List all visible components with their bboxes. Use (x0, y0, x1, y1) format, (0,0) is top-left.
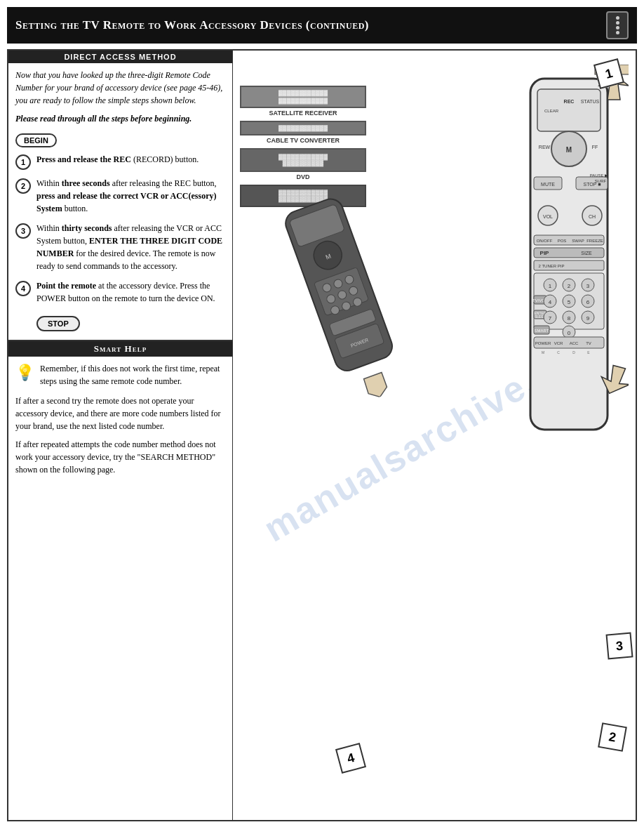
svg-text:8: 8 (568, 315, 571, 322)
svg-text:FREEZE: FREEZE (586, 239, 603, 243)
diagram-badge-4: 4 (335, 743, 366, 774)
intro-text: Now that you have looked up the three-di… (15, 69, 225, 107)
step-text-4: Point the remote at the accessory device… (36, 279, 225, 305)
svg-text:STATUS: STATUS (581, 99, 600, 104)
smart-help-body: 💡 Remember, if this does not work the fi… (8, 357, 232, 487)
svg-text:SMART: SMART (535, 329, 549, 333)
svg-text:PIP: PIP (540, 250, 550, 256)
svg-text:REC: REC (564, 99, 575, 104)
svg-text:7: 7 (549, 315, 552, 322)
svg-text:2: 2 (568, 283, 571, 289)
smart-help-header: Smart Help (8, 341, 232, 357)
step-text-1: Press and release the REC (RECORD) butto… (36, 153, 199, 166)
dvd-label: DVD (240, 173, 366, 180)
svg-text:M: M (566, 146, 572, 154)
smart-help-para-1: If after a second try the remote does no… (15, 395, 225, 432)
svg-text:6: 6 (586, 299, 590, 305)
lightbulb-icon: 💡 (15, 364, 34, 382)
direct-access-header: DIRECT ACCESS METHOD (8, 51, 232, 63)
smart-help-box: Smart Help 💡 Remember, if this does not … (8, 340, 232, 820)
svg-text:REW: REW (539, 145, 551, 150)
step-text-3: Within thirty seconds after releasing th… (36, 222, 225, 272)
smart-help-intro-text: Remember, if this does not work the firs… (40, 362, 225, 388)
stop-button: STOP (36, 316, 80, 331)
left-column: DIRECT ACCESS METHOD Now that you have l… (8, 51, 233, 820)
svg-text:3: 3 (586, 283, 590, 289)
svg-text:C: C (557, 350, 560, 355)
svg-text:VOL: VOL (543, 214, 553, 219)
svg-text:FF: FF (592, 145, 598, 150)
smart-help-intro: 💡 Remember, if this does not work the fi… (15, 362, 225, 388)
diagram-badge-3: 3 (605, 632, 633, 659)
direct-access-box: DIRECT ACCESS METHOD Now that you have l… (8, 51, 232, 340)
page: Setting the TV Remote to Work Accessory … (0, 0, 644, 834)
svg-text:CLEAR: CLEAR (544, 109, 559, 113)
smart-help-para-2: If after repeated attempts the code numb… (15, 438, 225, 476)
direct-access-body: Now that you have looked up the three-di… (8, 63, 232, 340)
step-1: 1 Press and release the REC (RECORD) but… (15, 153, 225, 170)
page-title: Setting the TV Remote to Work Accessory … (15, 18, 369, 32)
satellite-label: SATELLITE RECEIVER (240, 110, 366, 117)
warning-text: Please read through all the steps before… (15, 112, 225, 125)
main-content: DIRECT ACCESS METHOD Now that you have l… (7, 49, 637, 821)
step-2: 2 Within three seconds after releasing t… (15, 177, 225, 215)
step-number-1: 1 (15, 154, 31, 170)
svg-marker-87 (363, 372, 389, 400)
right-column: manualsarchive.com ▓▓▓▓▓▓▓▓▓▓▓▓ ▓▓▓▓▓▓▓▓… (233, 51, 636, 820)
svg-text:4: 4 (549, 299, 552, 305)
step-number-4: 4 (15, 281, 31, 296)
svg-text:POS: POS (558, 239, 567, 243)
svg-text:CH: CH (589, 214, 596, 219)
page-number: 43 (0, 828, 644, 834)
svg-text:9: 9 (586, 315, 590, 322)
svg-text:D: D (572, 350, 575, 355)
svg-text:ACC: ACC (570, 341, 579, 345)
svg-text:SIZE: SIZE (581, 251, 592, 256)
svg-text:5: 5 (568, 299, 571, 305)
begin-button: BEGIN (15, 133, 57, 147)
header-bar: Setting the TV Remote to Work Accessory … (7, 7, 637, 44)
remote-side: REC CLEAR STATUS M REW FF MUTE STOP ■ P (516, 65, 629, 472)
svg-text:1: 1 (549, 283, 552, 289)
svg-text:SWAP: SWAP (572, 239, 584, 243)
svg-text:MUTE: MUTE (541, 182, 555, 187)
svg-text:TV: TV (586, 341, 591, 345)
svg-text:SURF: SURF (595, 179, 607, 183)
cable-label: CABLE TV CONVERTER (240, 137, 366, 144)
step-3: 3 Within thirty seconds after releasing … (15, 222, 225, 272)
step-number-3: 3 (15, 223, 31, 239)
diagram-area: manualsarchive.com ▓▓▓▓▓▓▓▓▓▓▓▓ ▓▓▓▓▓▓▓▓… (233, 51, 636, 820)
step-4: 4 Point the remote at the accessory devi… (15, 279, 225, 305)
svg-text:VCR: VCR (554, 341, 563, 345)
step-text-2: Within three seconds after releasing the… (36, 177, 225, 215)
svg-text:0: 0 (568, 330, 571, 336)
svg-text:ON/OFF: ON/OFF (537, 239, 553, 243)
diagram-badge-2: 2 (598, 722, 627, 752)
step-number-2: 2 (15, 178, 31, 194)
svg-text:M: M (542, 350, 544, 355)
svg-text:2 TUNER PIP: 2 TUNER PIP (539, 264, 565, 268)
svg-text:PAUSE ▶: PAUSE ▶ (590, 173, 609, 178)
remote-icon (606, 11, 629, 39)
svg-text:POWER: POWER (535, 341, 551, 345)
remote-main: M POWE (303, 191, 380, 380)
